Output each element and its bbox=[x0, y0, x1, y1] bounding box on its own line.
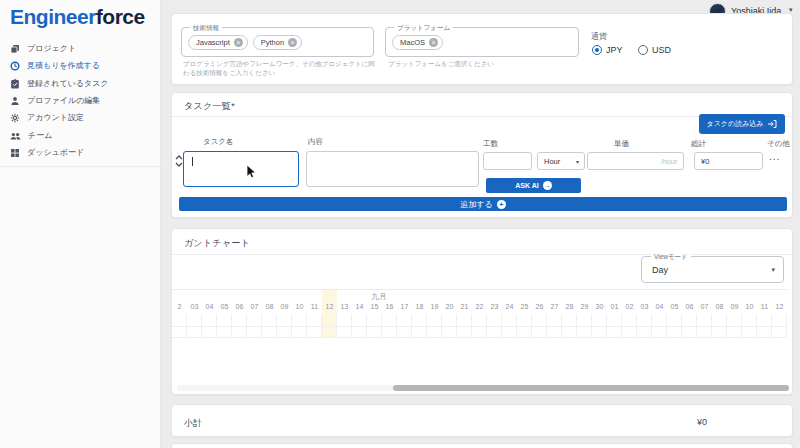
effort-unit-value: Hour bbox=[544, 157, 560, 166]
chevron-down-icon: ▾ bbox=[771, 266, 775, 274]
ask-ai-label: ASK AI bbox=[515, 182, 538, 189]
effort-input[interactable] bbox=[483, 152, 532, 170]
chevron-down-icon: ▾ bbox=[576, 158, 579, 165]
gantt-grid-cell bbox=[367, 314, 382, 338]
gantt-day-label: 06 bbox=[232, 303, 247, 310]
view-mode-select[interactable]: Viewモード Day ▾ bbox=[641, 256, 784, 283]
gantt-grid-rows bbox=[172, 314, 787, 338]
unit-price-placeholder: /hour bbox=[661, 158, 677, 165]
gantt-grid-cell bbox=[202, 314, 217, 338]
sidebar-item-edit-profile[interactable]: プロファイルの編集 bbox=[0, 92, 161, 109]
gantt-grid-cell bbox=[352, 314, 367, 338]
sidebar-item-label: プロファイルの編集 bbox=[27, 95, 100, 106]
mouse-cursor bbox=[246, 164, 257, 180]
gantt-grid-cell bbox=[322, 314, 337, 338]
subtotal-value: ¥0 bbox=[697, 417, 707, 427]
gantt-grid-cell bbox=[442, 314, 457, 338]
gantt-day-label: 03 bbox=[187, 303, 202, 310]
sidebar-item-team[interactable]: チーム bbox=[0, 127, 161, 144]
gantt-day-label: 02 bbox=[622, 303, 637, 310]
task-name-input[interactable] bbox=[183, 151, 299, 187]
gantt-day-label: 17 bbox=[397, 303, 412, 310]
gantt-grid-cell bbox=[532, 314, 547, 338]
sidebar-item-projects[interactable]: プロジェクト bbox=[0, 40, 161, 57]
gantt-day-label: 11 bbox=[757, 303, 772, 310]
gantt-grid-cell bbox=[217, 314, 232, 338]
effort-unit-select[interactable]: Hour ▾ bbox=[537, 152, 585, 170]
gantt-grid-cell bbox=[652, 314, 667, 338]
tech-info-helper: プログラミング言語やフレームワーク、その他プロジェクトに関わる技術情報をご入力く… bbox=[183, 59, 381, 77]
gantt-day-label: 30 bbox=[592, 303, 607, 310]
tech-info-field[interactable]: 技術情報 Javascript× Python× bbox=[181, 27, 374, 57]
add-task-label: 追加する bbox=[460, 199, 492, 210]
gantt-grid-cell bbox=[562, 314, 577, 338]
gantt-grid-cell bbox=[277, 314, 292, 338]
gantt-month-label: 九月 bbox=[372, 292, 387, 302]
gantt-day-label: 26 bbox=[532, 303, 547, 310]
gantt-grid-cell bbox=[487, 314, 502, 338]
gantt-day-label: 08 bbox=[712, 303, 727, 310]
sidebar-item-label: チーム bbox=[28, 130, 52, 141]
more-menu[interactable]: ... bbox=[769, 151, 780, 162]
radio-jpy-icon[interactable] bbox=[592, 45, 602, 55]
total-input[interactable]: ¥0 bbox=[694, 152, 763, 170]
chip-label: Python bbox=[261, 38, 284, 47]
text-caret bbox=[192, 157, 193, 166]
close-icon[interactable]: × bbox=[429, 38, 438, 47]
create-estimate-icon bbox=[10, 61, 20, 71]
close-icon[interactable]: × bbox=[288, 38, 297, 47]
add-icon: + bbox=[497, 200, 506, 209]
dashboard-icon bbox=[10, 148, 20, 158]
chip-label: MacOS bbox=[400, 38, 425, 47]
platform-helper: プラットフォームをご選択ください bbox=[388, 59, 578, 68]
task-list-title: タスク一覧* bbox=[184, 100, 235, 113]
load-tasks-button[interactable]: タスクの読み込み bbox=[699, 114, 785, 134]
gantt-day-label: 08 bbox=[262, 303, 277, 310]
registered-tasks-icon bbox=[10, 79, 20, 89]
project-info-card: 技術情報 Javascript× Python× プログラミング言語やフレームワ… bbox=[171, 13, 793, 85]
gantt-day-label: 10 bbox=[292, 303, 307, 310]
chip-macos[interactable]: MacOS× bbox=[392, 35, 443, 50]
sidebar-item-registered-tasks[interactable]: 登録されているタスク bbox=[0, 75, 161, 92]
unit-price-input[interactable]: /hour bbox=[587, 152, 684, 170]
radio-usd-icon[interactable] bbox=[638, 45, 648, 55]
subtotal-card: 小計 ¥0 bbox=[171, 404, 793, 437]
sidebar-divider bbox=[0, 166, 161, 167]
chip-javascript[interactable]: Javascript× bbox=[188, 35, 248, 50]
col-total: 総計 bbox=[691, 139, 706, 149]
gantt-grid-cell bbox=[757, 314, 772, 338]
gantt-day-label: 09 bbox=[277, 303, 292, 310]
platform-field[interactable]: プラットフォーム MacOS× bbox=[385, 27, 579, 57]
sidebar-item-dashboard[interactable]: ダッシュボード bbox=[0, 144, 161, 161]
view-mode-value: Day bbox=[652, 265, 668, 275]
gantt-day-label: 09 bbox=[727, 303, 742, 310]
logo: Engineerforce bbox=[10, 5, 145, 29]
gantt-grid-cell bbox=[292, 314, 307, 338]
sidebar-item-account-settings[interactable]: アカウント設定 bbox=[0, 109, 161, 126]
gantt-grid-cell bbox=[607, 314, 622, 338]
currency-option-usd[interactable]: USD bbox=[638, 45, 671, 55]
chip-python[interactable]: Python× bbox=[253, 35, 302, 50]
gantt-scrollbar-track[interactable] bbox=[177, 385, 789, 391]
sidebar-item-label: アカウント設定 bbox=[27, 112, 84, 123]
currency-option-jpy[interactable]: JPY bbox=[592, 45, 623, 55]
gantt-grid-cell bbox=[637, 314, 652, 338]
gantt-grid-cell bbox=[622, 314, 637, 338]
gantt-day-label: 12 bbox=[772, 303, 787, 310]
gantt-day-label: 24 bbox=[502, 303, 517, 310]
gantt-day-label: 01 bbox=[607, 303, 622, 310]
gantt-day-label: 19 bbox=[427, 303, 442, 310]
gantt-day-label: 15 bbox=[367, 303, 382, 310]
col-effort: 工数 bbox=[483, 139, 498, 149]
gantt-grid-cell bbox=[472, 314, 487, 338]
sidebar-item-create-estimate[interactable]: 見積もりを作成する bbox=[0, 57, 161, 74]
ask-ai-button[interactable]: ASK AI → bbox=[486, 178, 581, 193]
gantt-grid-cell bbox=[577, 314, 592, 338]
task-content-input[interactable] bbox=[306, 151, 479, 187]
gantt-scrollbar-thumb[interactable] bbox=[393, 385, 789, 391]
close-icon[interactable]: × bbox=[234, 38, 243, 47]
gantt-grid-cell bbox=[547, 314, 562, 338]
gantt-day-label: 06 bbox=[682, 303, 697, 310]
add-task-button[interactable]: 追加する + bbox=[179, 197, 787, 211]
gantt-timeline: 九月 2030405060708091011121314151617181920… bbox=[172, 289, 787, 337]
